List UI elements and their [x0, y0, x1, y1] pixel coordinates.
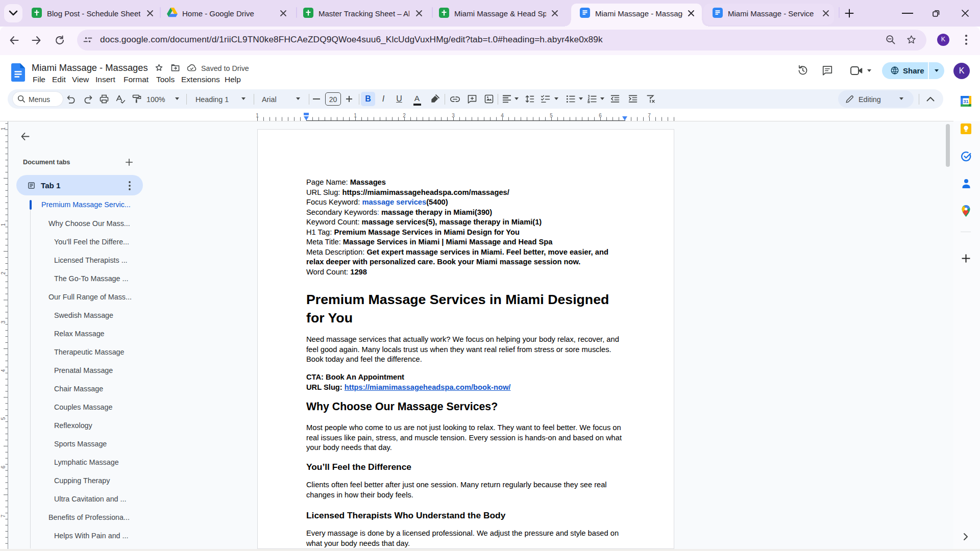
svg-text:31: 31 — [964, 99, 969, 104]
